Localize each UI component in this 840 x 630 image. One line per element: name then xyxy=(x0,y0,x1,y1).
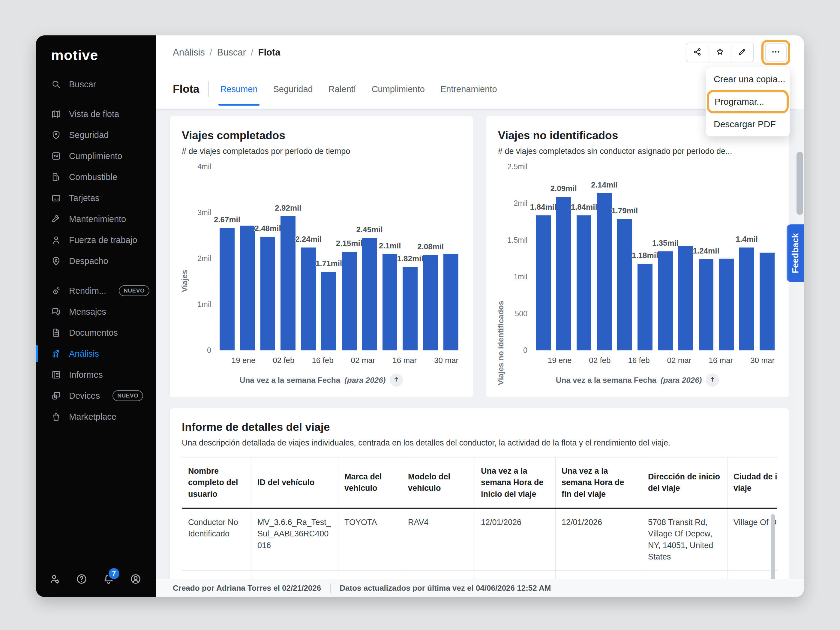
bar[interactable] xyxy=(423,255,438,351)
page-scrollbar-thumb[interactable] xyxy=(796,152,803,215)
sidebar-item-vista-de-flota[interactable]: Vista de flota xyxy=(36,104,156,125)
star-button[interactable] xyxy=(709,43,731,62)
column-header[interactable]: Una vez a la semana Hora de fin del viaj… xyxy=(556,458,642,508)
help-icon[interactable] xyxy=(76,573,88,585)
bar[interactable] xyxy=(444,254,458,351)
tab-ralentí[interactable]: Ralentí xyxy=(328,69,356,109)
column-header[interactable]: Nombre completo del usuario xyxy=(182,458,251,508)
sidebar-search[interactable]: Buscar xyxy=(36,74,156,95)
bar-value-label: 2.1mil xyxy=(379,241,401,251)
tab-seguridad[interactable]: Seguridad xyxy=(273,69,313,109)
bar[interactable] xyxy=(638,264,652,351)
user-gear-icon[interactable] xyxy=(49,573,61,585)
menu-item-crear-una-copia[interactable]: Crear una copia... xyxy=(706,69,789,89)
bell-icon[interactable]: 7 xyxy=(103,573,115,585)
sidebar-item-an-lisis[interactable]: Análisis xyxy=(36,343,156,364)
bar[interactable] xyxy=(536,215,551,351)
bar[interactable] xyxy=(617,219,632,351)
sidebar-item-marketplace[interactable]: Marketplace xyxy=(36,406,156,427)
column-header[interactable]: Una vez a la semana Hora de inicio del v… xyxy=(475,458,556,508)
reports-icon xyxy=(51,369,61,380)
column-header[interactable]: Ciudad de inicio del viaje xyxy=(728,458,778,508)
bar[interactable] xyxy=(219,228,235,351)
sidebar-item-label: Fuerza de trabajo xyxy=(69,235,137,245)
sidebar-item-informes[interactable]: Informes xyxy=(36,364,156,385)
sidebar-item-documentos[interactable]: Documentos xyxy=(36,322,156,343)
x-tick-label xyxy=(381,356,387,365)
bar[interactable] xyxy=(240,226,255,351)
bar[interactable] xyxy=(362,238,377,351)
bar[interactable] xyxy=(382,254,398,351)
chart-x-axis-caption: Una vez a la semana Fecha (para 2026) xyxy=(182,374,461,387)
tab-cumplimiento[interactable]: Cumplimiento xyxy=(372,69,425,109)
sidebar-item-tarjetas[interactable]: Tarjetas xyxy=(36,188,156,208)
menu-item-programar[interactable]: Programar... xyxy=(709,92,786,111)
bar[interactable] xyxy=(281,216,295,351)
bar[interactable] xyxy=(261,237,275,351)
bar[interactable] xyxy=(556,197,571,351)
performance-icon xyxy=(51,286,61,296)
shield-icon xyxy=(51,130,61,140)
toolbar xyxy=(686,40,790,65)
sidebar-item-mensajes[interactable]: Mensajes xyxy=(36,301,156,322)
feedback-button[interactable]: Feedback xyxy=(786,224,804,282)
fuel-icon xyxy=(51,172,61,182)
bar-column xyxy=(240,167,255,351)
sidebar-item-despacho[interactable]: Despacho xyxy=(36,251,156,272)
sidebar-item-mantenimiento[interactable]: Mantenimiento xyxy=(36,208,156,229)
breadcrumb-item[interactable]: Buscar xyxy=(217,47,246,58)
y-axis: Viajes01mil2mil3mil4mil xyxy=(182,167,217,351)
account-icon[interactable] xyxy=(129,573,142,585)
bar-field: 2.67mil2.48mil2.92mil2.24mil1.71mil2.15m… xyxy=(217,167,461,351)
bar[interactable] xyxy=(739,248,754,351)
menu-item-descargar-pdf[interactable]: Descargar PDF xyxy=(706,115,789,134)
sort-ascending-button[interactable] xyxy=(390,374,403,387)
bar[interactable] xyxy=(576,215,592,351)
column-header[interactable]: Dirección de inicio del viaje xyxy=(642,458,728,508)
bar[interactable] xyxy=(699,259,714,351)
breadcrumb-separator: / xyxy=(210,47,212,58)
sidebar-item-seguridad[interactable]: Seguridad xyxy=(36,125,156,145)
bar[interactable] xyxy=(301,248,316,351)
column-header[interactable]: ID del vehículo xyxy=(251,458,338,508)
sidebar-item-fuerza-de-trabajo[interactable]: Fuerza de trabajo xyxy=(36,229,156,251)
sidebar-item-combustible[interactable]: Combustible xyxy=(36,166,156,188)
sidebar-item-rendim-[interactable]: Rendim...NUEVO xyxy=(36,280,156,301)
breadcrumb-item[interactable]: Flota xyxy=(258,47,281,58)
bar[interactable] xyxy=(658,251,673,351)
bar[interactable] xyxy=(597,193,612,351)
bar[interactable] xyxy=(719,259,734,351)
table-wrap: Nombre completo del usuarioID del vehícu… xyxy=(182,457,777,579)
bar-value-label: 2.48mil xyxy=(254,224,281,233)
bar-column: 2.09mil xyxy=(556,167,571,351)
more-actions-button[interactable] xyxy=(765,44,786,62)
bar[interactable] xyxy=(342,252,357,351)
search-icon xyxy=(51,79,61,89)
bar[interactable] xyxy=(403,267,418,351)
column-header[interactable]: Modelo del vehículo xyxy=(402,458,475,508)
table-scrollbar-thumb[interactable] xyxy=(771,514,775,579)
column-header[interactable]: Marca del vehículo xyxy=(338,458,402,508)
breadcrumb: Análisis/Buscar/Flota xyxy=(173,47,281,58)
y-tick-label: 2.5mil xyxy=(507,162,527,171)
bar[interactable] xyxy=(321,272,336,351)
sort-ascending-button[interactable] xyxy=(706,374,719,387)
tab-entrenamiento[interactable]: Entrenamiento xyxy=(441,69,497,109)
x-tick-label: 02 feb xyxy=(273,356,294,365)
tab-divider xyxy=(208,81,209,97)
sidebar-item-cumplimiento[interactable]: Cumplimiento xyxy=(36,145,156,166)
breadcrumb-item[interactable]: Análisis xyxy=(173,47,205,58)
sidebar-item-devices[interactable]: DevicesNUEVO xyxy=(36,385,156,406)
x-tick-label xyxy=(339,356,346,365)
bar[interactable] xyxy=(759,253,775,351)
edit-button[interactable] xyxy=(731,43,753,62)
motive-logo: motive xyxy=(51,47,98,63)
x-tick-label xyxy=(536,356,542,365)
share-button[interactable] xyxy=(687,43,709,62)
chart-plot: Viajes01mil2mil3mil4mil2.67mil2.48mil2.9… xyxy=(182,167,461,351)
tab-resumen[interactable]: Resumen xyxy=(220,69,257,109)
bar[interactable] xyxy=(678,246,693,351)
marketplace-icon xyxy=(51,412,61,422)
x-tick-label xyxy=(738,356,745,365)
bar-column: 1.18mil xyxy=(638,167,652,351)
